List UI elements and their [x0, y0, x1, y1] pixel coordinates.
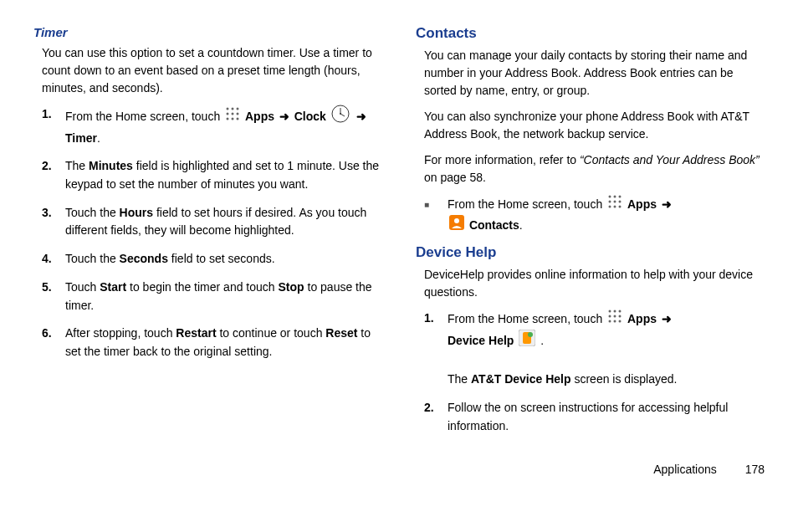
svg-point-28: [614, 315, 616, 318]
svg-point-26: [619, 310, 622, 313]
svg-point-12: [340, 113, 341, 115]
step-2: 2. The Minutes field is highlighted and …: [42, 157, 382, 193]
dh-steps: 1. From the Home screen, touch Apps ➜ De…: [416, 309, 765, 435]
step-body: Touch the Hours field to set hours if de…: [65, 204, 382, 240]
timer-intro: You can use this option to set a countdo…: [33, 44, 382, 97]
step-4: 4. Touch the Seconds field to set second…: [42, 250, 382, 269]
step-6: 6. After stopping, touch Restart to cont…: [42, 325, 382, 361]
step-3: 3. Touch the Hours field to set hours if…: [42, 204, 382, 240]
apps-grid-icon: [607, 309, 622, 330]
step-body: From the Home screen, touch Apps ➜ Devic…: [448, 309, 765, 389]
step-body: The Minutes field is highlighted and set…: [65, 157, 382, 193]
clock-icon: [331, 105, 350, 129]
step-1: 1. From the Home screen, touch Apps ➜ Cl…: [42, 105, 382, 147]
step-num: 2.: [424, 399, 448, 435]
page-body: Timer You can use this option to set a c…: [33, 25, 765, 446]
step-num: 1.: [424, 309, 448, 389]
svg-point-18: [619, 201, 622, 203]
svg-point-16: [609, 201, 611, 203]
step-body: After stopping, touch Restart to continu…: [65, 325, 382, 361]
page-number: 178: [745, 463, 765, 476]
svg-point-17: [614, 201, 616, 203]
dh-step-2: 2. Follow the on screen instructions for…: [424, 399, 765, 435]
apps-grid-icon: [607, 194, 622, 215]
arrow-icon: ➜: [278, 110, 291, 123]
contacts-p2: You can also synchronize your phone Addr…: [416, 108, 765, 143]
right-column: Contacts You can manage your daily conta…: [416, 25, 765, 446]
step-body: Touch the Seconds field to set seconds.: [65, 250, 382, 269]
svg-point-30: [609, 320, 611, 323]
svg-point-3: [227, 113, 229, 115]
step-body: From the Home screen, touch Apps ➜ Clock: [65, 105, 382, 147]
arrow-icon: ➜: [660, 197, 673, 211]
heading-timer: Timer: [33, 25, 382, 39]
step-num: 5.: [42, 279, 65, 315]
svg-point-27: [609, 315, 611, 318]
svg-point-35: [528, 332, 533, 337]
timer-steps: 1. From the Home screen, touch Apps ➜ Cl…: [33, 105, 382, 361]
svg-point-1: [232, 108, 234, 110]
dh-intro: DeviceHelp provides online information t…: [416, 266, 765, 301]
step-body: Follow the on screen instructions for ac…: [448, 399, 765, 435]
dh-step-1: 1. From the Home screen, touch Apps ➜ De…: [424, 309, 765, 389]
svg-point-4: [232, 113, 234, 115]
svg-point-7: [232, 118, 234, 120]
svg-point-31: [614, 320, 616, 323]
svg-point-14: [614, 196, 616, 198]
contacts-p3: For more information, refer to “Contacts…: [416, 151, 765, 187]
step-body: Touch Start to begin the timer and touch…: [65, 279, 382, 315]
svg-point-32: [619, 320, 622, 323]
bullet-body: From the Home screen, touch Apps ➜: [448, 195, 673, 236]
svg-point-13: [609, 196, 611, 198]
footer-section: Applications: [653, 463, 717, 476]
svg-point-15: [619, 196, 622, 198]
arrow-icon: ➜: [660, 312, 673, 325]
step-num: 6.: [42, 325, 65, 361]
contacts-p1: You can manage your daily contacts by st…: [416, 47, 765, 100]
page-footer: Applications 178: [33, 463, 765, 476]
device-help-app-icon: [519, 330, 535, 352]
svg-point-6: [227, 118, 229, 120]
step-num: 2.: [42, 157, 65, 193]
square-bullet-icon: ■: [424, 195, 448, 236]
arrow-icon: ➜: [355, 110, 368, 123]
svg-point-21: [619, 206, 622, 208]
step-5: 5. Touch Start to begin the timer and to…: [42, 279, 382, 315]
svg-point-2: [237, 108, 239, 110]
svg-point-8: [237, 118, 239, 120]
left-column: Timer You can use this option to set a c…: [33, 25, 382, 446]
svg-point-19: [609, 206, 611, 208]
step-num: 1.: [42, 105, 65, 147]
svg-point-25: [614, 310, 616, 313]
svg-point-20: [614, 206, 616, 208]
svg-point-0: [227, 108, 229, 110]
step-num: 3.: [42, 204, 65, 240]
svg-point-29: [619, 315, 622, 318]
contacts-app-icon: [449, 215, 464, 236]
apps-grid-icon: [225, 106, 240, 127]
svg-point-24: [609, 310, 611, 313]
svg-point-5: [237, 113, 239, 115]
heading-contacts: Contacts: [416, 25, 765, 42]
contacts-bullet-list: ■ From the Home screen, touch Apps ➜: [416, 195, 765, 236]
contacts-bullet: ■ From the Home screen, touch Apps ➜: [424, 195, 765, 236]
heading-device-help: Device Help: [416, 244, 765, 261]
svg-point-23: [454, 218, 459, 223]
step-num: 4.: [42, 250, 65, 269]
